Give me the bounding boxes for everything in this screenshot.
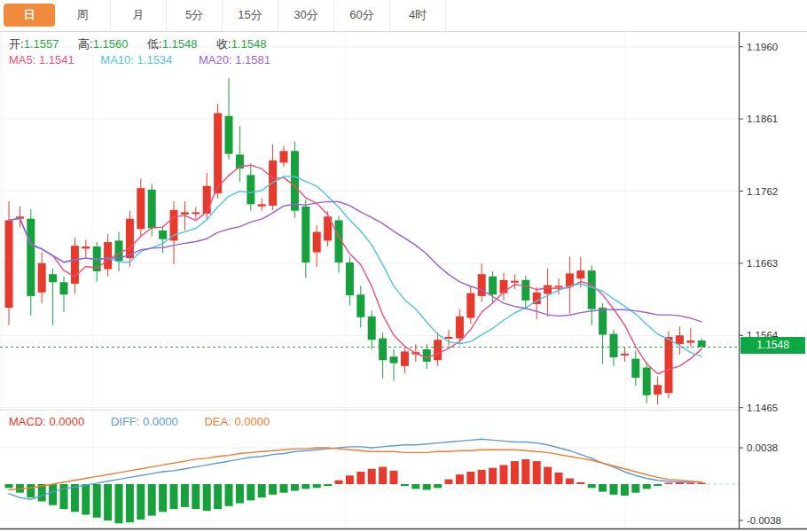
tab-label-week: 周: [57, 4, 108, 27]
ma-legend-row: MA5: 1.1541 MA10: 1.1534 MA20: 1.1581: [9, 53, 270, 66]
tab-label-day: 日: [4, 4, 55, 27]
macd-value-legend: MACD: 0.0000: [9, 415, 84, 428]
kline-app: 日周月5分15分30分60分4时 1.19601.18611.17621.166…: [0, 0, 807, 532]
tab-hour4[interactable]: 4时: [390, 0, 446, 31]
ma10-legend: MA10: 1.1534: [100, 53, 172, 66]
timeframe-tab-bar: 日周月5分15分30分60分4时: [0, 0, 807, 32]
ohlc-row: 开:1.1557 高:1.1560 低:1.1548 收:1.1548: [9, 36, 266, 52]
ma20-legend: MA20: 1.1581: [199, 53, 270, 66]
price-tick-label: 1.1762: [747, 186, 778, 197]
macd-tick-label: -0.0038: [747, 515, 781, 526]
tab-min30[interactable]: 30分: [278, 0, 334, 31]
tab-day[interactable]: 日: [0, 0, 55, 31]
low-label: 低:: [147, 37, 162, 51]
macd-tick-label: 0.0038: [747, 442, 778, 453]
open-label: 开:: [9, 37, 24, 51]
current-price-badge: 1.1548: [740, 337, 805, 354]
tab-month[interactable]: 月: [111, 0, 167, 31]
kline-chart[interactable]: 1.19601.18611.17621.16631.15641.14650.00…: [0, 0, 807, 532]
tab-week[interactable]: 周: [55, 0, 111, 31]
close-label: 收:: [216, 37, 231, 51]
high-value: 1.1560: [93, 37, 129, 51]
diff-value-legend: DIFF: 0.0000: [111, 415, 178, 428]
tab-label-month: 月: [113, 4, 164, 27]
close-value: 1.1548: [231, 37, 267, 51]
dea-value-legend: DEA: 0.0000: [204, 415, 270, 428]
low-value: 1.1548: [162, 37, 198, 51]
price-tick-label: 1.1861: [747, 113, 778, 124]
tab-label-min30: 30分: [280, 4, 332, 27]
tab-label-hour4: 4时: [392, 4, 443, 27]
macd-legend-row: MACD: 0.0000 DIFF: 0.0000 DEA: 0.0000: [9, 415, 270, 428]
high-label: 高:: [78, 37, 93, 51]
tab-label-min5: 5分: [168, 4, 220, 27]
price-tick-label: 1.1663: [747, 258, 778, 269]
price-tick-label: 1.1465: [747, 403, 778, 413]
open-value: 1.1557: [24, 37, 59, 51]
tab-min60[interactable]: 60分: [334, 0, 390, 31]
price-tick-label: 1.1960: [747, 42, 778, 52]
tab-min5[interactable]: 5分: [167, 0, 223, 31]
ma5-legend: MA5: 1.1541: [9, 53, 74, 66]
tab-min15[interactable]: 15分: [223, 0, 278, 31]
tab-label-min15: 15分: [224, 4, 276, 27]
tab-label-min60: 60分: [336, 4, 388, 27]
